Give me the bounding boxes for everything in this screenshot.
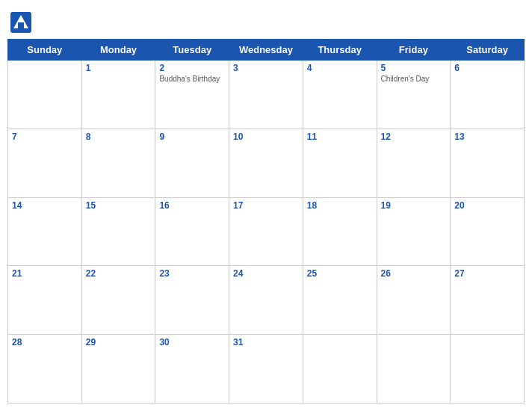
calendar-header (7, 7, 525, 36)
calendar-cell: 23 (155, 266, 229, 335)
logo (10, 12, 34, 33)
calendar-cell: 3 (229, 61, 303, 129)
calendar-cell: 25 (303, 266, 377, 335)
calendar-cell: 8 (81, 129, 155, 197)
day-number: 30 (159, 337, 225, 347)
day-number: 4 (307, 63, 373, 73)
svg-rect-2 (18, 22, 24, 28)
weekday-header: Sunday (8, 40, 82, 61)
calendar-week-row: 14151617181920 (8, 197, 525, 266)
calendar-cell: 21 (8, 266, 82, 335)
calendar-week-row: 78910111213 (8, 129, 525, 197)
day-number: 19 (381, 200, 447, 211)
calendar-week-row: 21222324252627 (8, 266, 525, 335)
weekday-header: Thursday (303, 40, 377, 61)
day-number: 18 (307, 200, 373, 211)
calendar-cell: 16 (155, 197, 229, 266)
day-number: 11 (307, 132, 373, 142)
day-number: 23 (159, 268, 225, 279)
weekday-header: Saturday (451, 40, 525, 61)
calendar-cell: 20 (451, 197, 525, 266)
calendar-cell: 27 (451, 266, 525, 335)
weekday-header: Monday (81, 40, 155, 61)
day-number: 16 (159, 200, 225, 211)
day-number: 14 (12, 200, 78, 211)
day-number: 12 (381, 132, 447, 142)
weekday-header-row: SundayMondayTuesdayWednesdayThursdayFrid… (8, 40, 525, 61)
day-number: 28 (12, 337, 78, 347)
calendar-cell: 28 (8, 335, 82, 404)
calendar-cell: 10 (229, 129, 303, 197)
holiday-label: Buddha's Birthday (159, 75, 225, 83)
day-number: 22 (86, 268, 152, 279)
day-number: 15 (86, 200, 152, 211)
calendar-cell: 13 (451, 129, 525, 197)
calendar-cell: 12 (377, 129, 451, 197)
calendar-cell: 29 (81, 335, 155, 404)
day-number: 13 (454, 132, 520, 142)
calendar-table: SundayMondayTuesdayWednesdayThursdayFrid… (7, 39, 525, 404)
day-number: 29 (86, 337, 152, 347)
holiday-label: Children's Day (381, 75, 447, 83)
calendar-cell: 26 (377, 266, 451, 335)
calendar-cell: 6 (451, 61, 525, 129)
calendar-cell: 18 (303, 197, 377, 266)
calendar-cell: 11 (303, 129, 377, 197)
calendar-cell: 19 (377, 197, 451, 266)
day-number: 27 (454, 268, 520, 279)
calendar-cell: 22 (81, 266, 155, 335)
day-number: 17 (233, 200, 299, 211)
calendar-week-row: 28293031 (8, 335, 525, 404)
calendar-cell: 15 (81, 197, 155, 266)
day-number: 8 (86, 132, 152, 142)
weekday-header: Tuesday (155, 40, 229, 61)
day-number: 26 (381, 268, 447, 279)
calendar-cell: 2Buddha's Birthday (155, 61, 229, 129)
day-number: 5 (381, 63, 447, 73)
calendar-cell: 5Children's Day (377, 61, 451, 129)
calendar-week-row: 12Buddha's Birthday345Children's Day6 (8, 61, 525, 129)
weekday-header: Wednesday (229, 40, 303, 61)
calendar-cell: 30 (155, 335, 229, 404)
day-number: 21 (12, 268, 78, 279)
day-number: 6 (454, 63, 520, 73)
calendar-cell: 7 (8, 129, 82, 197)
calendar-cell (303, 335, 377, 404)
day-number: 24 (233, 268, 299, 279)
calendar-cell: 24 (229, 266, 303, 335)
calendar-cell: 17 (229, 197, 303, 266)
calendar-cell (451, 335, 525, 404)
calendar-cell (377, 335, 451, 404)
day-number: 7 (12, 132, 78, 142)
day-number: 9 (159, 132, 225, 142)
calendar-cell: 1 (81, 61, 155, 129)
calendar-cell: 4 (303, 61, 377, 129)
day-number: 3 (233, 63, 299, 73)
day-number: 10 (233, 132, 299, 142)
day-number: 31 (233, 337, 299, 347)
calendar-cell: 9 (155, 129, 229, 197)
day-number: 25 (307, 268, 373, 279)
weekday-header: Friday (377, 40, 451, 61)
day-number: 1 (86, 63, 152, 73)
day-number: 20 (454, 200, 520, 211)
calendar-cell: 31 (229, 335, 303, 404)
day-number: 2 (159, 63, 225, 73)
logo-icon (10, 12, 31, 33)
calendar-cell: 14 (8, 197, 82, 266)
calendar-cell (8, 61, 82, 129)
